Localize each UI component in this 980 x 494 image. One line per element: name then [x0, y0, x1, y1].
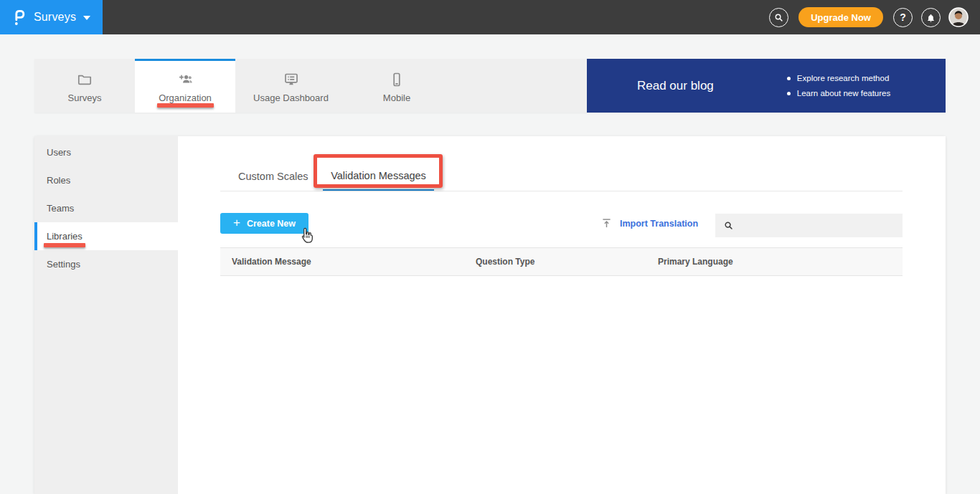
column-header-primary-language: Primary Language: [658, 248, 733, 275]
sidebar-item-settings[interactable]: Settings: [34, 250, 178, 278]
tab-custom-scales[interactable]: Custom Scales: [238, 161, 308, 191]
app-switcher[interactable]: Surveys: [0, 0, 103, 34]
help-button[interactable]: ?: [893, 8, 913, 27]
plus-icon: +: [233, 216, 240, 230]
nav-tab-usage-dashboard[interactable]: Usage Dashboard: [235, 59, 347, 113]
blog-bullet: Learn about new features: [786, 86, 890, 101]
cursor-pointer-icon: [297, 227, 316, 245]
tab-validation-messages[interactable]: Validation Messages: [323, 161, 434, 191]
topbar-actions: Upgrade Now ?: [769, 7, 980, 27]
main-panel: Users Roles Teams Libraries Settings Cus…: [34, 136, 946, 494]
bell-icon: [925, 12, 936, 23]
nav-tab-label: Usage Dashboard: [253, 92, 329, 103]
table-search: [715, 214, 903, 237]
brand-label: Surveys: [34, 11, 76, 24]
sidebar-item-roles[interactable]: Roles: [34, 166, 178, 194]
question-mark-icon: ?: [900, 11, 906, 23]
organization-people-icon: [176, 71, 194, 88]
notifications-button[interactable]: [921, 8, 941, 27]
create-new-label: Create New: [247, 219, 296, 229]
tab-divider: [220, 191, 903, 191]
questionpro-logo-icon: [12, 8, 27, 27]
column-header-validation-message: Validation Message: [232, 248, 311, 275]
validation-table-header: Validation Message Question Type Primary…: [220, 247, 903, 276]
blog-bullet-list: Explore research method Learn about new …: [786, 71, 890, 101]
search-input[interactable]: [740, 220, 895, 231]
upgrade-now-button[interactable]: Upgrade Now: [798, 7, 883, 27]
topbar: Surveys Upgrade Now ?: [0, 0, 980, 34]
mobile-phone-icon: [388, 71, 405, 88]
search-icon: [773, 12, 784, 23]
import-translation-link[interactable]: Import Translation: [600, 217, 698, 229]
nav-tab-label: Surveys: [68, 92, 102, 103]
dashboard-monitor-icon: [283, 71, 300, 88]
folder-icon: [76, 71, 93, 88]
org-sidebar: Users Roles Teams Libraries Settings: [34, 136, 178, 494]
create-new-button[interactable]: + Create New: [220, 213, 308, 234]
search-icon: [723, 220, 734, 231]
module-nav: Surveys Organization Usage Dashboard: [34, 59, 946, 113]
import-translation-label: Import Translation: [620, 219, 698, 229]
column-header-question-type: Question Type: [476, 248, 534, 275]
blog-bullet: Explore research method: [786, 71, 890, 86]
nav-tab-mobile[interactable]: Mobile: [347, 59, 447, 113]
nav-tab-surveys[interactable]: Surveys: [34, 59, 135, 113]
nav-tab-label: Mobile: [383, 92, 410, 103]
chevron-down-icon: [83, 16, 90, 20]
sidebar-item-users[interactable]: Users: [34, 138, 178, 166]
annotation-underline-organization: [157, 103, 214, 108]
upload-icon: [600, 217, 613, 229]
annotation-underline-libraries: [44, 243, 85, 247]
nav-tab-label: Organization: [159, 92, 212, 103]
search-button[interactable]: [769, 8, 788, 27]
avatar[interactable]: [948, 7, 969, 27]
sidebar-item-teams[interactable]: Teams: [34, 194, 178, 222]
blog-title: Read our blog: [637, 79, 714, 93]
blog-promo-panel[interactable]: Read our blog Explore research method Le…: [587, 59, 946, 113]
